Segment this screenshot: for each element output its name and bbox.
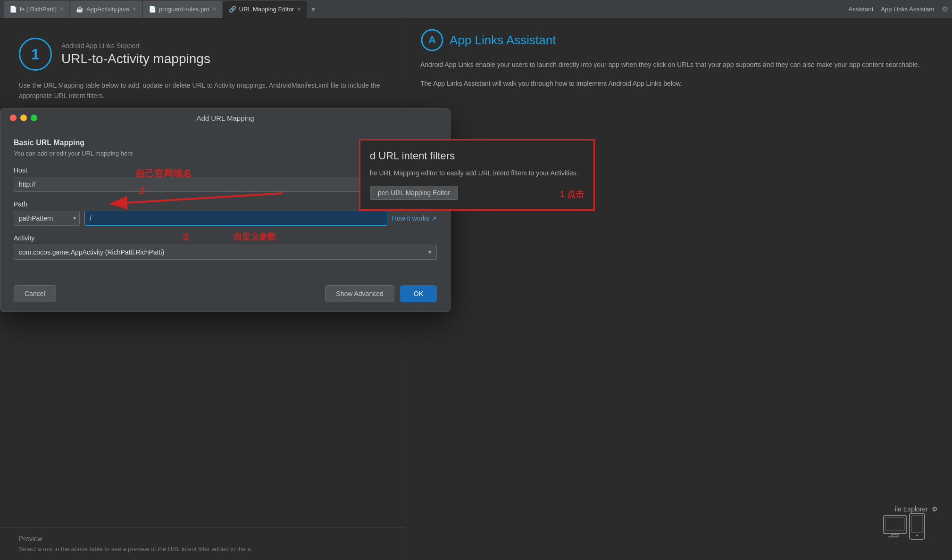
close-icon[interactable]: ✕ — [297, 6, 301, 12]
activity-label: Activity — [14, 234, 437, 242]
highlight-box-title: d URL intent filters — [370, 150, 584, 162]
preview-section: Preview Select a row in the above table … — [0, 527, 406, 560]
right-panel: A App Links Assistant Android App Links … — [406, 19, 952, 560]
maximize-window-button[interactable] — [31, 115, 37, 121]
activity-field-group: Activity com.cocos.game.AppActivity (Ric… — [14, 234, 437, 260]
modal-title: Add URL Mapping — [196, 114, 254, 122]
tab-bar: 📄 le (:RichPatti) ✕ ☕ AppActivity.java ✕… — [0, 0, 952, 19]
minimize-window-button[interactable] — [20, 115, 27, 121]
right-panel-header: A App Links Assistant — [420, 28, 938, 52]
settings-icon[interactable]: ⚙ — [942, 5, 948, 14]
app-links-tab-label[interactable]: App Links Assistant — [881, 6, 934, 13]
path-row: pathPattern path pathPrefix How it works… — [14, 211, 437, 226]
show-advanced-button[interactable]: Show Advanced — [325, 285, 394, 302]
svg-text:A: A — [428, 34, 436, 46]
path-type-select[interactable]: pathPattern path pathPrefix — [14, 211, 80, 226]
path-type-select-wrapper: pathPattern path pathPrefix — [14, 211, 80, 226]
tab-proguard[interactable]: 📄 proguard-rules.pro ✕ — [143, 1, 222, 18]
step-subtitle: Android App Links Support — [61, 42, 210, 49]
assistant-tab-label[interactable]: Assistant — [849, 6, 874, 13]
activity-select[interactable]: com.cocos.game.AppActivity (RichPatti.Ri… — [14, 245, 437, 260]
preview-description: Select a row in the above table to see a… — [19, 545, 387, 552]
preview-title: Preview — [19, 535, 387, 543]
highlight-box-desc: he URL Mapping editor to easily add URL … — [370, 168, 584, 178]
close-icon[interactable]: ✕ — [59, 6, 64, 12]
ok-button[interactable]: OK — [400, 285, 437, 302]
tab-file[interactable]: 📄 le (:RichPatti) ✕ — [4, 1, 69, 18]
how-it-works-link[interactable]: How it works ↗ — [392, 214, 437, 222]
file-icon: 📄 — [149, 6, 156, 13]
cancel-button[interactable]: Cancel — [14, 285, 56, 302]
step-title-area: Android App Links Support URL-to-Activit… — [61, 42, 210, 66]
open-url-mapping-button[interactable]: pen URL Mapping Editor — [370, 186, 458, 200]
svg-point-4 — [916, 535, 918, 536]
app-links-logo: A — [420, 28, 444, 52]
tab-more-button[interactable]: ▾ — [308, 5, 319, 14]
tab-label: URL Mapping Editor — [239, 6, 294, 13]
path-input[interactable] — [84, 211, 387, 226]
java-icon: ☕ — [76, 6, 84, 13]
step-description: Use the URL Mapping table below to add, … — [19, 80, 387, 101]
close-icon[interactable]: ✕ — [132, 6, 136, 12]
footer-right-buttons: Show Advanced OK — [325, 285, 437, 302]
tab-label: proguard-rules.pro — [159, 6, 209, 13]
highlight-box: d URL intent filters he URL Mapping edit… — [359, 139, 595, 211]
tab-bar-right: Assistant App Links Assistant ⚙ — [849, 5, 948, 14]
right-panel-title: App Links Assistant — [450, 33, 556, 48]
right-panel-desc2: The App Links Assistant will walk you th… — [420, 78, 938, 90]
svg-rect-3 — [911, 516, 923, 533]
step-header: 1 Android App Links Support URL-to-Activ… — [19, 38, 387, 71]
close-window-button[interactable] — [10, 115, 17, 121]
activity-select-wrapper: com.cocos.game.AppActivity (RichPatti.Ri… — [14, 245, 437, 260]
right-panel-desc1: Android App Links enable your users to l… — [420, 59, 938, 71]
annotation-click-1: 1 点击 — [560, 189, 584, 200]
link-icon: 🔗 — [229, 6, 236, 13]
tab-label: AppActivity.java — [86, 6, 129, 13]
file-icon: 📄 — [9, 6, 17, 13]
close-icon[interactable]: ✕ — [212, 6, 217, 12]
step-title: URL-to-Activity mappings — [61, 51, 210, 66]
tab-appactivity[interactable]: ☕ AppActivity.java ✕ — [70, 1, 142, 18]
svg-rect-6 — [885, 518, 904, 531]
device-icons — [881, 511, 938, 551]
tab-url-mapping[interactable]: 🔗 URL Mapping Editor ✕ — [223, 1, 307, 18]
modal-titlebar: Add URL Mapping — [0, 109, 450, 127]
modal-footer: Cancel Show Advanced OK — [0, 278, 450, 312]
tab-label: le (:RichPatti) — [20, 6, 57, 13]
step-circle: 1 — [19, 38, 52, 71]
